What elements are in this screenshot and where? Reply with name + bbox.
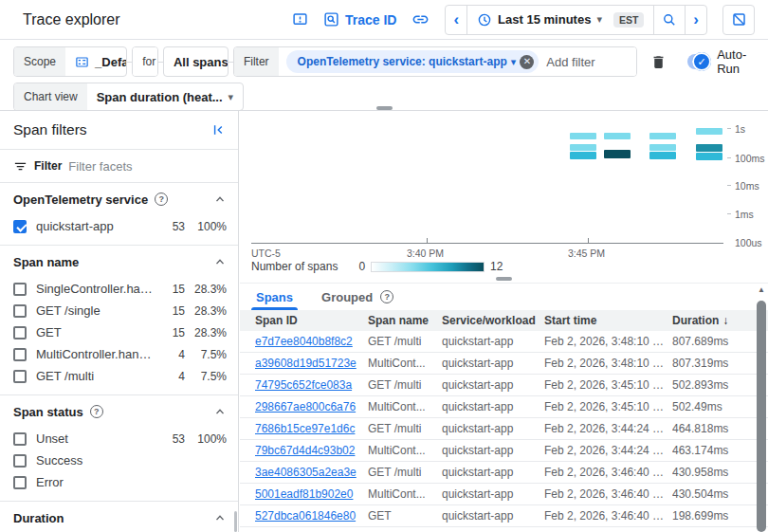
trace-id-search-button[interactable]: Trace ID bbox=[323, 11, 396, 28]
heatmap-cell[interactable] bbox=[570, 133, 596, 139]
start-time-cell: Feb 2, 2026, 3:48:10 PM bbox=[544, 357, 672, 370]
facet-item-percent: 28.3% bbox=[185, 304, 227, 318]
collapse-sidebar-button[interactable] bbox=[211, 122, 227, 138]
table-row[interactable]: 298667ae800c6a76 MultiCont... quickstart… bbox=[240, 396, 768, 418]
auto-run-toggle[interactable]: ✓ Auto-Run bbox=[687, 47, 755, 76]
facet-item[interactable]: GET /multi 4 7.5% bbox=[13, 365, 227, 387]
facet-item[interactable]: Error bbox=[13, 471, 227, 493]
table-row[interactable]: e7d7ee8040b8f8c2 GET /multi quickstart-a… bbox=[240, 331, 768, 353]
topbar-actions: Trace ID ‹ Last 15 minutes ▾ EST bbox=[292, 5, 755, 35]
caret-down-icon: ▾ bbox=[596, 14, 602, 25]
facet-item[interactable]: Unset 53 100% bbox=[13, 428, 227, 449]
help-icon[interactable]: ? bbox=[380, 290, 393, 303]
span-id-link[interactable]: 298667ae800c6a76 bbox=[255, 400, 356, 413]
facet-section-header[interactable]: OpenTelemetry service ? bbox=[13, 183, 227, 215]
column-header-duration[interactable]: Duration ↓ bbox=[672, 314, 755, 327]
table-row[interactable]: a39608d19d51723e MultiCont... quickstart… bbox=[240, 353, 768, 375]
facet-checkbox[interactable] bbox=[13, 454, 27, 468]
scrollbar-thumb[interactable] bbox=[757, 301, 766, 532]
scroll-up-arrow[interactable]: ▲ bbox=[756, 285, 767, 297]
heatmap-cell[interactable] bbox=[649, 152, 676, 159]
facet-checkbox[interactable] bbox=[13, 432, 27, 446]
facet-item[interactable]: MultiController.handleMulti 4 7.5% bbox=[13, 343, 227, 365]
tab-grouped[interactable]: Grouped ? bbox=[307, 284, 408, 310]
heatmap-cell[interactable] bbox=[570, 144, 596, 151]
span-id-link[interactable]: 79bc67d4d4c93b02 bbox=[255, 444, 355, 457]
feedback-button[interactable] bbox=[292, 11, 308, 28]
tab-spans[interactable]: Spans bbox=[242, 284, 307, 310]
facet-item[interactable]: GET /single 15 28.3% bbox=[13, 300, 227, 321]
heatmap-cell[interactable] bbox=[649, 133, 676, 139]
table-row[interactable]: 5001eadf81b902e0 MultiCont... quickstart… bbox=[240, 484, 768, 505]
alerts-off-button[interactable] bbox=[722, 5, 755, 35]
time-range-dropdown[interactable]: Last 15 minutes ▾ EST bbox=[466, 6, 653, 34]
split-resize-handle[interactable] bbox=[496, 277, 512, 281]
facet-section-header[interactable]: Span name ? bbox=[13, 246, 227, 278]
service-cell: quickstart-app bbox=[442, 487, 544, 501]
table-row[interactable]: 3ae4086305a2ea3e GET /multi quickstart-a… bbox=[240, 462, 768, 484]
add-filter-input[interactable] bbox=[546, 47, 636, 76]
facet-checkbox[interactable] bbox=[13, 220, 27, 233]
facet-checkbox[interactable] bbox=[13, 348, 27, 361]
help-icon[interactable]: ? bbox=[90, 405, 103, 418]
query-toolbar: Scope _Default ▾ for All spans ▾ bbox=[0, 40, 768, 110]
service-cell: quickstart-app bbox=[442, 509, 544, 523]
facet-item[interactable]: GET 15 28.3% bbox=[13, 321, 227, 343]
facet-item[interactable]: SingleController.handleSing... 15 28.3% bbox=[13, 278, 227, 300]
heatmap-cell[interactable] bbox=[604, 150, 631, 158]
heatmap-cell[interactable] bbox=[696, 128, 722, 135]
sidebar-scrollbar-thumb[interactable] bbox=[234, 511, 237, 532]
heatmap-cell[interactable] bbox=[696, 153, 722, 160]
table-row[interactable]: 79bc67d4d4c93b02 MultiCont... quickstart… bbox=[240, 440, 768, 462]
table-row[interactable]: 74795c652fce083a GET /multi quickstart-a… bbox=[240, 375, 768, 396]
column-header-start-time[interactable]: Start time bbox=[544, 314, 672, 327]
facet-section-header[interactable]: Span status ? bbox=[13, 395, 227, 428]
heatmap-cell[interactable] bbox=[649, 144, 676, 151]
facet-checkbox[interactable] bbox=[13, 326, 27, 339]
time-back-button[interactable]: ‹ bbox=[446, 6, 466, 34]
span-scope-dropdown[interactable]: All spans ▾ bbox=[164, 47, 229, 76]
toggle-check-icon: ✓ bbox=[692, 52, 711, 71]
span-id-link[interactable]: 7686b15ce97e1d6c bbox=[255, 422, 355, 435]
chip-close-icon[interactable]: ✕ bbox=[520, 55, 534, 69]
facet-section-header[interactable]: Duration ? bbox=[13, 502, 227, 532]
facet-item[interactable]: Success bbox=[13, 449, 227, 471]
x-axis-tick bbox=[427, 238, 428, 243]
column-header-span-id[interactable]: Span ID bbox=[255, 314, 368, 327]
auto-run-label: Auto-Run bbox=[717, 47, 755, 76]
time-forward-button[interactable]: › bbox=[685, 6, 706, 34]
facet-checkbox[interactable] bbox=[13, 370, 27, 383]
facet-checkbox[interactable] bbox=[13, 283, 27, 296]
copy-link-button[interactable] bbox=[411, 10, 430, 28]
column-header-service[interactable]: Service/workload bbox=[442, 314, 544, 327]
x-tick-label: 3:40 PM bbox=[407, 248, 444, 259]
span-id-link[interactable]: a39608d19d51723e bbox=[255, 357, 357, 370]
filter-chip[interactable]: OpenTelemetry service: quickstart-app ▾ … bbox=[286, 50, 539, 73]
help-icon[interactable]: ? bbox=[155, 193, 168, 206]
scope-dropdown[interactable]: _Default ▾ bbox=[65, 47, 127, 76]
facet-checkbox[interactable] bbox=[13, 304, 27, 318]
heatmap-cell[interactable] bbox=[570, 152, 596, 159]
time-zoom-button[interactable] bbox=[653, 6, 685, 34]
table-row[interactable]: 527dbca061846e80 GET quickstart-app Feb … bbox=[240, 505, 768, 527]
heatmap-cell[interactable] bbox=[696, 144, 722, 152]
facet-item-count: 15 bbox=[160, 304, 185, 318]
facet-item[interactable]: quickstart-app 53 100% bbox=[13, 215, 227, 237]
span-id-link[interactable]: 5001eadf81b902e0 bbox=[255, 487, 353, 501]
span-id-link[interactable]: 74795c652fce083a bbox=[255, 378, 352, 392]
column-header-span-name[interactable]: Span name bbox=[368, 314, 442, 327]
clear-filters-button[interactable] bbox=[650, 54, 667, 70]
span-id-link[interactable]: e7d7ee8040b8f8c2 bbox=[255, 335, 353, 348]
span-name-cell: GET bbox=[368, 509, 442, 523]
facet-filter-input[interactable] bbox=[68, 159, 227, 174]
span-id-link[interactable]: 3ae4086305a2ea3e bbox=[255, 466, 357, 479]
facet-item-label: GET /multi bbox=[36, 369, 155, 383]
chevron-up-icon bbox=[213, 193, 227, 206]
heatmap-cell[interactable] bbox=[604, 133, 631, 139]
table-row[interactable]: 7686b15ce97e1d6c GET /multi quickstart-a… bbox=[240, 418, 768, 440]
chart-view-dropdown[interactable]: Span duration (heat... ▾ bbox=[87, 83, 243, 110]
panel-resize-handle[interactable] bbox=[376, 106, 393, 110]
span-id-link[interactable]: 527dbca061846e80 bbox=[255, 509, 356, 523]
y-axis-tick bbox=[727, 128, 731, 129]
facet-checkbox[interactable] bbox=[13, 476, 27, 489]
